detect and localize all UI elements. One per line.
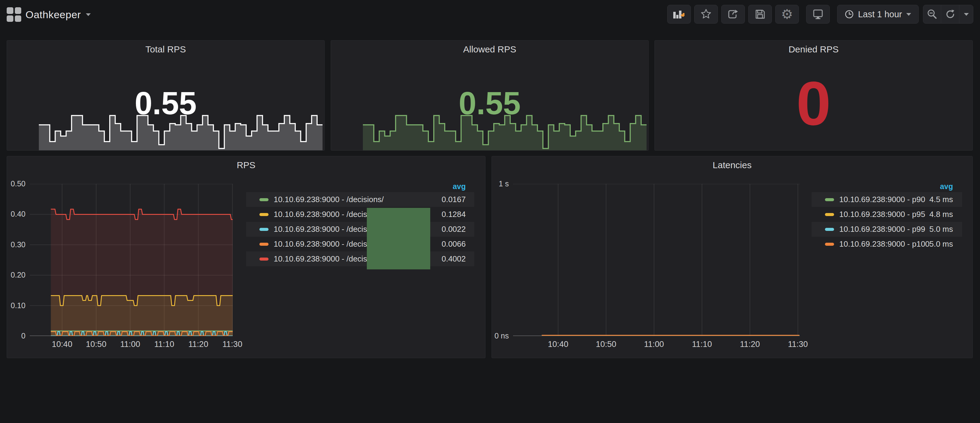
x-axis-tick-label: 11:30: [781, 340, 815, 349]
refresh-icon: [945, 8, 956, 20]
series-color-swatch[interactable]: [259, 243, 269, 246]
rps-chart-plot[interactable]: [30, 184, 233, 336]
top-navbar: Oathkeeper: [0, 0, 980, 29]
panel-title[interactable]: Allowed RPS: [331, 44, 648, 55]
save-icon: [754, 8, 766, 20]
chevron-down-icon: [964, 13, 969, 16]
clock-icon: [845, 10, 854, 19]
settings-button[interactable]: ⚙: [775, 5, 799, 24]
y-axis-tick-label: 0.10: [0, 301, 25, 310]
series-label: 10.10.69.238:9000 - p100: [839, 239, 930, 249]
series-color-swatch[interactable]: [259, 198, 269, 201]
panel-title[interactable]: Latencies: [492, 160, 972, 170]
series-avg-value: 0.1284: [441, 210, 466, 219]
panel-latencies: Latencies 1 s0 ns10:4010:5011:0011:1011:…: [492, 156, 973, 358]
panel-rps: RPS 0.500.400.300.200.10010:4010:5011:00…: [7, 156, 485, 358]
x-axis-tick-label: 11:00: [113, 340, 147, 349]
refresh-group: [923, 5, 973, 24]
series-label: 10.10.69.238:9000 - p95: [839, 210, 925, 219]
y-axis-tick-label: 0.30: [0, 240, 25, 249]
dashboard-title-dropdown[interactable]: Oathkeeper: [25, 0, 91, 29]
legend-avg-header: avg: [246, 182, 466, 191]
dashboard-grid-icon[interactable]: [7, 7, 21, 22]
series-avg-value: 0.0022: [441, 225, 466, 234]
share-icon: [727, 8, 740, 20]
bar-chart-plus-icon: [673, 8, 686, 20]
panel-title[interactable]: RPS: [7, 160, 485, 170]
series-label: 10.10.69.238:9000 - p90: [839, 195, 925, 204]
panel-title[interactable]: Total RPS: [7, 44, 325, 55]
legend-row[interactable]: 10.10.69.238:9000 - /decisions/0.0022: [246, 222, 474, 237]
series-color-swatch[interactable]: [825, 243, 834, 246]
refresh-interval-dropdown[interactable]: [959, 5, 973, 24]
x-axis-tick-label: 10:50: [590, 340, 623, 349]
series-avg-value: 0.0066: [441, 239, 466, 249]
y-axis-tick-label: 0.50: [0, 179, 25, 188]
panel-title[interactable]: Denied RPS: [655, 44, 972, 55]
time-range-picker[interactable]: Last 1 hour: [837, 5, 919, 24]
legend-row[interactable]: 10.10.69.238:9000 - /decisions/0.1284: [246, 207, 474, 222]
stat-value-denied-rps: 0: [796, 72, 831, 134]
series-avg-value: 4.5 ms: [929, 195, 953, 204]
x-axis-tick-label: 11:20: [182, 340, 215, 349]
y-axis-tick-label: 0.20: [0, 271, 25, 279]
legend-avg-header: avg: [811, 182, 953, 191]
star-icon: [700, 8, 712, 20]
panel-denied-rps: Denied RPS 0: [654, 40, 973, 151]
panel-allowed-rps: Allowed RPS 0.55: [331, 40, 649, 151]
sparkline-total-rps: [39, 112, 323, 150]
legend-row[interactable]: 10.10.69.238:9000 - p954.8 ms: [811, 207, 962, 222]
series-avg-value: 0.0167: [441, 195, 466, 204]
dashboard-title: Oathkeeper: [25, 9, 81, 21]
series-avg-value: 5.0 ms: [929, 225, 953, 234]
x-axis-tick-label: 10:50: [80, 340, 113, 349]
legend-row[interactable]: 10.10.69.238:9000 - /decisions/0.0066: [246, 237, 474, 252]
legend-row[interactable]: 10.10.69.238:9000 - /decisions/0.0167: [246, 192, 474, 207]
y-axis-tick-label: 0 ns: [480, 331, 509, 340]
refresh-button[interactable]: [941, 5, 959, 24]
series-color-swatch[interactable]: [259, 213, 269, 216]
series-label: 10.10.69.238:9000 - /decisions/: [274, 195, 384, 204]
legend-row[interactable]: 10.10.69.238:9000 - p904.5 ms: [811, 192, 962, 207]
series-label: 10.10.69.238:9000 - p99: [839, 225, 925, 234]
legend-row[interactable]: 10.10.69.238:9000 - p995.0 ms: [811, 222, 962, 237]
legend-color-overlay: [367, 208, 430, 269]
add-panel-button[interactable]: [667, 5, 691, 24]
series-avg-value: 0.4002: [441, 254, 466, 264]
legend-row[interactable]: 10.10.69.238:9000 - /decisions/0.4002: [246, 252, 474, 266]
series-color-swatch[interactable]: [825, 228, 834, 231]
share-button[interactable]: [721, 5, 745, 24]
x-axis-tick-label: 11:00: [638, 340, 671, 349]
save-button[interactable]: [748, 5, 772, 24]
chevron-down-icon: [86, 13, 91, 16]
series-color-swatch[interactable]: [259, 258, 269, 261]
y-axis-tick-label: 0.40: [0, 210, 25, 219]
tv-mode-button[interactable]: [806, 5, 830, 24]
series-avg-value: 4.8 ms: [929, 210, 953, 219]
time-range-label: Last 1 hour: [858, 10, 902, 19]
series-avg-value: 5.0 ms: [929, 239, 953, 249]
legend-row[interactable]: 10.10.69.238:9000 - p1005.0 ms: [811, 237, 962, 252]
dashboard-toolbar: ⚙ Last 1 hour: [667, 5, 973, 24]
search-minus-icon: [926, 8, 938, 20]
x-axis-tick-label: 11:30: [216, 340, 249, 349]
series-color-swatch[interactable]: [825, 198, 834, 201]
chevron-down-icon: [906, 13, 911, 16]
gear-icon: ⚙: [781, 8, 793, 21]
sparkline-allowed-rps: [363, 112, 647, 150]
series-color-swatch[interactable]: [825, 213, 834, 216]
star-button[interactable]: [694, 5, 718, 24]
x-axis-tick-label: 10:40: [46, 340, 79, 349]
monitor-icon: [812, 8, 824, 20]
series-color-swatch[interactable]: [259, 228, 269, 231]
x-axis-tick-label: 11:10: [148, 340, 181, 349]
latencies-chart-plot[interactable]: [513, 184, 800, 336]
x-axis-tick-label: 10:40: [542, 340, 575, 349]
y-axis-tick-label: 1 s: [480, 179, 509, 188]
zoom-out-button[interactable]: [923, 5, 941, 24]
panel-total-rps: Total RPS 0.55: [7, 40, 325, 151]
y-axis-tick-label: 0: [0, 331, 25, 340]
x-axis-tick-label: 11:10: [686, 340, 719, 349]
x-axis-tick-label: 11:20: [733, 340, 767, 349]
